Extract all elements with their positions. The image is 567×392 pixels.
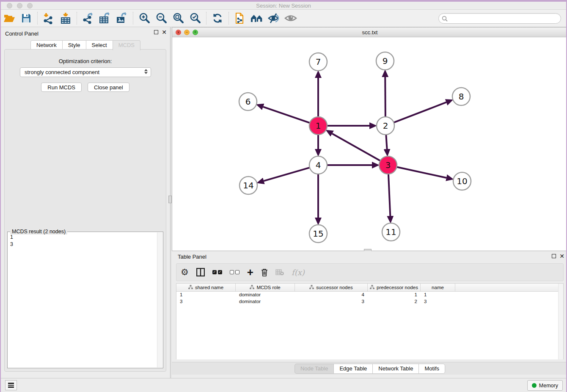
node-table[interactable]: shared nameMCDS rolesuccessor nodesprede… [176, 283, 564, 359]
optimization-criterion-select[interactable]: strongly connected component [20, 67, 151, 77]
table-cell[interactable]: 1 [176, 292, 236, 298]
edge-2-9[interactable] [385, 77, 385, 118]
table-cell[interactable]: dominator [236, 292, 295, 298]
table-cell[interactable]: dominator [236, 298, 295, 305]
node-3[interactable]: 3 [379, 156, 397, 174]
minimize-network-icon[interactable]: − [184, 30, 190, 35]
titlebar[interactable]: Session: New Session [1, 2, 566, 10]
table-scrollbar[interactable] [558, 284, 563, 359]
node-6[interactable]: 6 [239, 93, 257, 110]
unselect-all-columns-icon[interactable] [230, 266, 239, 279]
edge-2-8[interactable] [393, 102, 446, 123]
maximize-network-icon[interactable]: + [193, 30, 198, 35]
column-header-shared-name[interactable]: shared name [176, 284, 236, 291]
edge-3-10[interactable] [396, 167, 446, 178]
table-cell[interactable]: 1 [421, 292, 455, 298]
network-graph[interactable]: 7968124314101511 [172, 37, 567, 251]
toolbar-separator [206, 12, 206, 25]
node-9[interactable]: 9 [376, 52, 394, 70]
memory-button[interactable]: Memory [527, 380, 563, 391]
table-cell[interactable]: 3 [421, 298, 455, 305]
add-column-icon[interactable]: + [247, 266, 253, 279]
node-11[interactable]: 11 [382, 223, 400, 241]
close-panel-button[interactable]: Close panel [88, 83, 129, 92]
close-panel-icon[interactable]: ✕ [559, 254, 564, 258]
column-header-name[interactable]: name [421, 284, 455, 291]
table-row[interactable]: 1dominator411 [176, 292, 563, 298]
mcds-panel: Optimization criterion: strongly connect… [4, 49, 166, 372]
node-10[interactable]: 10 [453, 172, 471, 190]
table-options-gear-icon[interactable]: ⚙ [181, 266, 189, 279]
table-cell[interactable]: 3 [176, 298, 236, 305]
zoom-window-button[interactable] [27, 3, 33, 8]
select-all-columns-icon[interactable]: ✓✓ [212, 266, 222, 279]
node-4[interactable]: 4 [309, 156, 327, 174]
node-1[interactable]: 1 [309, 117, 327, 135]
toolbar-separator [77, 12, 77, 25]
edge-4-14[interactable] [264, 167, 310, 181]
tab-network-table[interactable]: Network Table [372, 364, 419, 374]
svg-text:3: 3 [385, 160, 391, 170]
mcds-result-scrollbar[interactable] [157, 232, 162, 367]
close-network-icon[interactable]: x [176, 30, 181, 35]
import-network-icon[interactable] [41, 11, 56, 25]
column-header-predecessor-nodes[interactable]: predecessor nodes [368, 284, 421, 291]
column-header-successor-nodes[interactable]: successor nodes [295, 284, 368, 291]
zoom-selected-icon[interactable] [188, 11, 202, 25]
zoom-fit-icon[interactable] [171, 11, 185, 25]
node-2[interactable]: 2 [377, 117, 394, 135]
network-window-titlebar[interactable]: x − + scc.txt [172, 28, 567, 37]
float-panel-icon[interactable] [552, 254, 556, 258]
import-table-icon[interactable] [58, 11, 73, 25]
column-label: shared name [195, 285, 223, 290]
run-mcds-button[interactable]: Run MCDS [41, 83, 82, 92]
search-input[interactable] [438, 13, 561, 24]
column-label: name [432, 285, 444, 290]
hide-graphics-details-icon[interactable] [267, 11, 281, 25]
float-panel-icon[interactable] [154, 30, 158, 34]
node-8[interactable]: 8 [452, 88, 470, 105]
zoom-out-icon[interactable] [154, 11, 168, 25]
delete-table-icon [275, 266, 284, 279]
column-type-icon [370, 285, 374, 290]
show-columns-icon[interactable] [196, 266, 205, 279]
delete-column-icon[interactable] [261, 266, 268, 279]
column-header-mcds-role[interactable]: MCDS role [236, 284, 295, 291]
tab-mcds[interactable]: MCDS [113, 40, 140, 50]
edge-3-1[interactable] [332, 134, 381, 161]
export-network-icon[interactable] [81, 11, 95, 25]
minimize-window-button[interactable] [17, 3, 22, 8]
node-14[interactable]: 14 [239, 177, 257, 194]
tab-node-table[interactable]: Node Table [295, 364, 334, 374]
splitter-grip[interactable] [168, 196, 172, 203]
node-7[interactable]: 7 [309, 53, 327, 71]
birdseye-view-icon[interactable] [284, 11, 298, 25]
refresh-icon[interactable] [210, 11, 225, 25]
first-neighbors-icon[interactable] [250, 11, 264, 25]
node-15[interactable]: 15 [309, 225, 327, 243]
table-row[interactable]: 3dominator323 [176, 298, 563, 305]
open-session-icon[interactable] [2, 11, 17, 25]
edge-1-6[interactable] [263, 107, 311, 123]
table-tabs: Node TableEdge TableNetwork TableMotifs [172, 362, 567, 375]
close-panel-icon[interactable]: ✕ [162, 30, 167, 34]
tab-motifs[interactable]: Motifs [418, 364, 445, 374]
column-label: MCDS role [256, 285, 280, 290]
zoom-in-icon[interactable] [137, 11, 151, 25]
tab-edge-table[interactable]: Edge Table [333, 364, 373, 374]
close-window-button[interactable] [7, 3, 12, 8]
mcds-result-title: MCDS result (2 nodes) [10, 229, 67, 235]
task-history-button[interactable] [5, 380, 17, 390]
table-cell[interactable]: 2 [368, 298, 421, 305]
table-cell[interactable]: 3 [295, 298, 368, 305]
table-cell[interactable]: 4 [295, 292, 368, 298]
network-canvas[interactable]: 7968124314101511 [172, 37, 567, 251]
table-cell[interactable]: 1 [368, 292, 421, 298]
export-image-icon[interactable] [115, 11, 129, 25]
export-table-icon[interactable] [98, 11, 112, 25]
toolbar-separator [133, 12, 133, 25]
save-session-icon[interactable] [19, 11, 33, 25]
clone-network-icon[interactable] [233, 11, 247, 25]
edge-3-11[interactable] [388, 173, 390, 216]
edge-2-3[interactable] [386, 134, 387, 149]
